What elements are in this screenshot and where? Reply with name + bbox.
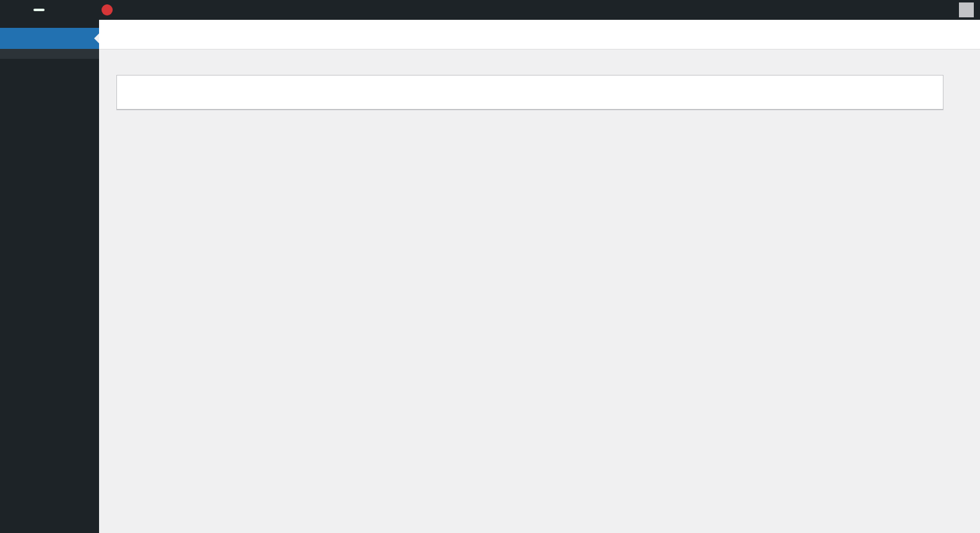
smtp-alert-badge [102,4,113,15]
comments-link[interactable] [62,0,76,20]
settings-header [99,20,980,50]
settings-body [99,50,980,110]
live-badge[interactable] [33,9,45,11]
avatar [959,2,974,17]
email-notifications-table [116,75,943,110]
sidebar-item-woocommerce[interactable] [0,28,99,49]
site-name-link[interactable] [16,0,30,20]
admin-bar-left [0,0,118,20]
account-menu[interactable] [954,0,980,20]
admin-sidebar [0,20,99,533]
table-header-row [117,76,943,110]
wp-logo-menu[interactable] [6,0,16,20]
updates-link[interactable] [48,0,62,20]
woocommerce-submenu [0,49,99,59]
new-content-link[interactable] [76,0,89,20]
wp-mail-smtp-link[interactable] [89,0,118,20]
admin-bar [0,0,980,20]
